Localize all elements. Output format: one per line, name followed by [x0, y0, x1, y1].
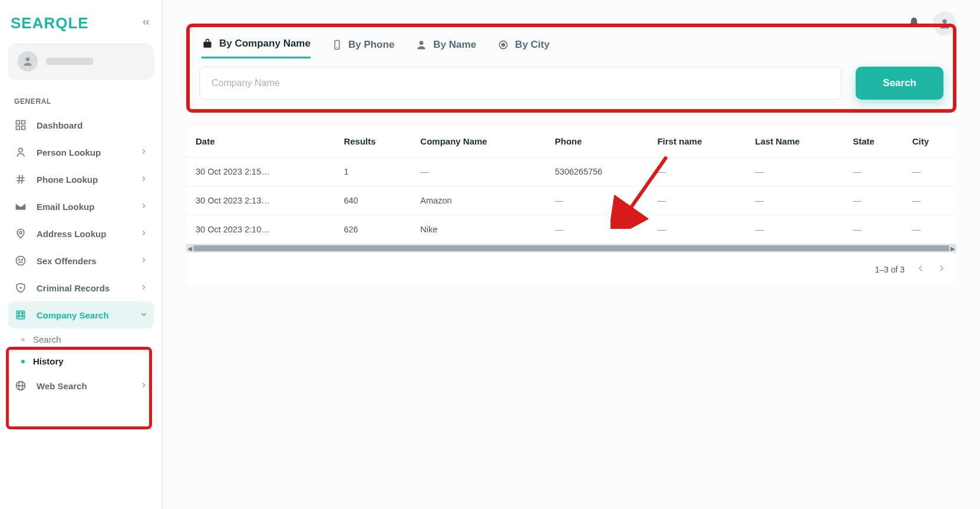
chevron-right-icon — [140, 229, 148, 239]
globe-icon — [14, 379, 27, 392]
email-icon — [14, 200, 27, 213]
tab-label: By Company Name — [219, 38, 311, 50]
table-row[interactable]: 30 Oct 2023 2:13…640Amazon————— — [186, 186, 956, 215]
sidebar-item-email-lookup[interactable]: Email Lookup — [8, 193, 154, 220]
svg-rect-15 — [18, 313, 19, 314]
sidebar-item-criminal-records[interactable]: Criminal Records — [8, 274, 154, 301]
table-cell: — — [905, 157, 956, 186]
svg-point-12 — [19, 260, 20, 261]
table-cell: Amazon — [413, 186, 547, 215]
collapse-sidebar-button[interactable] — [141, 17, 151, 30]
svg-rect-1 — [17, 121, 20, 124]
tab-by-phone[interactable]: By Phone — [332, 38, 394, 58]
user-avatar-icon — [18, 51, 38, 71]
sidebar-item-phone-lookup[interactable]: Phone Lookup — [8, 166, 154, 193]
svg-rect-23 — [203, 42, 211, 48]
th-results[interactable]: Results — [336, 126, 413, 157]
svg-point-28 — [502, 43, 505, 46]
tab-label: By Name — [433, 39, 476, 51]
search-button[interactable]: Search — [856, 67, 943, 100]
user-card[interactable] — [8, 43, 154, 80]
svg-rect-16 — [22, 313, 24, 314]
svg-point-26 — [420, 41, 424, 45]
pagination: 1–3 of 3 — [186, 252, 956, 286]
sidebar-sub-search[interactable]: Search — [8, 329, 154, 350]
sidebar-sub-label: History — [33, 356, 64, 366]
annotation-box-search: By Company Name By Phone By Name By City — [186, 24, 956, 113]
tab-label: By Phone — [348, 39, 394, 51]
svg-point-13 — [22, 260, 23, 261]
svg-point-11 — [17, 257, 25, 265]
sidebar-item-label: Email Lookup — [37, 202, 94, 212]
tab-by-city[interactable]: By City — [497, 38, 550, 58]
sidebar-item-label: Web Search — [37, 381, 87, 391]
chevron-right-icon — [140, 202, 148, 212]
history-table-card: Date Results Company Name Phone First na… — [186, 126, 956, 286]
user-name-placeholder — [46, 58, 93, 65]
hash-icon — [14, 173, 27, 186]
table-cell: — — [748, 186, 846, 215]
sidebar-item-label: Criminal Records — [37, 283, 110, 293]
dot-icon — [21, 360, 25, 363]
svg-rect-18 — [22, 316, 24, 317]
th-company[interactable]: Company Name — [413, 126, 547, 157]
svg-point-0 — [26, 57, 30, 61]
tab-by-company-name[interactable]: By Company Name — [202, 38, 311, 58]
table-cell: 1 — [336, 157, 413, 186]
chevron-right-icon — [140, 147, 148, 157]
table-row[interactable]: 30 Oct 2023 2:15…1—5306265756———— — [186, 157, 956, 186]
tab-by-name[interactable]: By Name — [415, 38, 476, 58]
sidebar-item-address-lookup[interactable]: Address Lookup — [8, 220, 154, 247]
table-cell: — — [650, 215, 748, 244]
th-first-name[interactable]: First name — [650, 126, 748, 157]
table-cell: — — [650, 186, 748, 215]
table-cell: 30 Oct 2023 2:15… — [186, 157, 336, 186]
sidebar-item-dashboard[interactable]: Dashboard — [8, 111, 154, 139]
th-city[interactable]: City — [905, 126, 956, 157]
sidebar-item-person-lookup[interactable]: Person Lookup — [8, 139, 154, 166]
page-range-label: 1–3 of 3 — [875, 265, 905, 274]
table-cell: — — [748, 215, 846, 244]
sidebar-sub-history[interactable]: History — [8, 350, 154, 372]
sidebar-item-company-search[interactable]: Company Search — [8, 301, 154, 329]
th-phone[interactable]: Phone — [548, 126, 651, 157]
table-cell: — — [905, 215, 956, 244]
table-horizontal-scrollbar[interactable]: ◀ ▶ — [186, 244, 956, 252]
sidebar-item-label: Sex Offenders — [37, 256, 97, 266]
scroll-left-icon[interactable]: ◀ — [186, 244, 193, 252]
dot-icon — [21, 338, 25, 341]
svg-rect-4 — [22, 126, 25, 130]
face-icon — [14, 254, 27, 267]
table-row[interactable]: 30 Oct 2023 2:10…626Nike————— — [186, 215, 956, 244]
sidebar-item-label: Address Lookup — [37, 229, 106, 239]
sidebar-item-sex-offenders[interactable]: Sex Offenders — [8, 247, 154, 274]
svg-point-22 — [942, 19, 946, 24]
table-cell: 640 — [336, 186, 413, 215]
section-title-general: GENERAL — [8, 95, 154, 111]
page-next-button[interactable] — [936, 263, 947, 275]
company-name-input[interactable] — [199, 67, 842, 100]
table-cell: Nike — [413, 215, 547, 244]
chevron-down-icon — [140, 310, 148, 320]
dashboard-icon — [14, 119, 27, 132]
table-cell: — — [846, 157, 905, 186]
scroll-right-icon[interactable]: ▶ — [949, 244, 956, 252]
page-prev-button[interactable] — [915, 263, 926, 275]
main-content: By Company Name By Phone By Name By City — [163, 0, 980, 509]
building-icon — [14, 308, 27, 321]
chevron-right-icon — [140, 283, 148, 293]
th-state[interactable]: State — [846, 126, 905, 157]
sidebar-item-web-search[interactable]: Web Search — [8, 372, 154, 399]
th-date[interactable]: Date — [186, 126, 336, 157]
table-cell: — — [905, 186, 956, 215]
table-cell: 30 Oct 2023 2:13… — [186, 186, 336, 215]
th-last-name[interactable]: Last Name — [748, 126, 846, 157]
scroll-thumb[interactable] — [193, 245, 949, 251]
table-cell: 5306265756 — [548, 157, 651, 186]
tab-label: By City — [515, 39, 550, 51]
person-icon — [14, 146, 27, 159]
sidebar-item-label: Company Search — [37, 310, 109, 320]
history-table: Date Results Company Name Phone First na… — [186, 126, 956, 244]
table-cell: 30 Oct 2023 2:10… — [186, 215, 336, 244]
table-cell: — — [846, 215, 905, 244]
